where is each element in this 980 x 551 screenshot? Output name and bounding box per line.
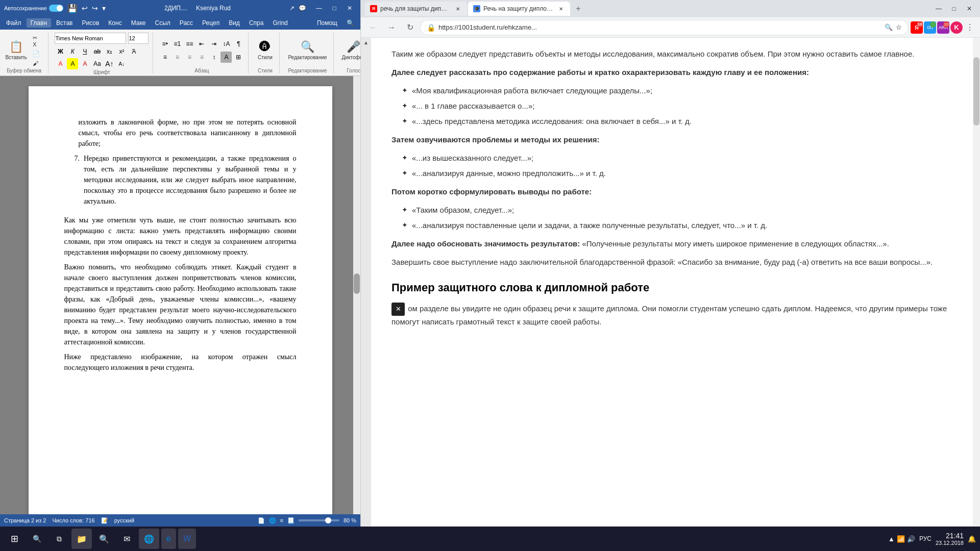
font-color-button[interactable]: A xyxy=(55,58,66,69)
search-ribbon-icon[interactable]: 🔍 xyxy=(342,18,358,28)
redo-icon[interactable]: ↪ xyxy=(92,4,98,12)
strikethrough-button[interactable]: ab xyxy=(91,46,103,57)
align-left-button[interactable]: ≡ xyxy=(159,52,170,63)
taskbar-edge[interactable]: e xyxy=(161,529,176,549)
browser-minimize-button[interactable]: — xyxy=(932,4,945,14)
menu-home[interactable]: Главн xyxy=(27,18,52,28)
shading-button[interactable]: A xyxy=(220,52,232,63)
line-spacing-button[interactable]: ↕ xyxy=(208,52,219,63)
menu-help[interactable]: Спра xyxy=(245,18,268,28)
menu-draw[interactable]: Рисов xyxy=(78,18,103,28)
browser-maximize-button[interactable]: □ xyxy=(947,4,961,14)
menu-references[interactable]: Ссыл xyxy=(151,18,175,28)
up-arrow-tray[interactable]: ▲ xyxy=(888,535,895,543)
decrease-indent-button[interactable]: ⇤ xyxy=(196,38,207,49)
cut-button[interactable]: ✂ X xyxy=(30,34,44,48)
taskbar-search[interactable]: 🔍 xyxy=(27,529,47,549)
menu-design[interactable]: Конс xyxy=(104,18,126,28)
yandex-ext-icon[interactable]: Я 10 xyxy=(911,21,923,34)
word-document-area[interactable]: изложить в лаконичной форме, но при этом… xyxy=(0,76,360,514)
forward-button[interactable]: → xyxy=(383,19,400,36)
view-normal-icon[interactable]: 📄 xyxy=(258,517,265,524)
network-icon[interactable]: 📶 xyxy=(897,535,905,543)
menu-view[interactable]: Вид xyxy=(225,18,244,28)
sort-button[interactable]: ↕A xyxy=(220,38,232,49)
taskbar-chrome[interactable]: 🌐 xyxy=(139,529,159,549)
menu-layout[interactable]: Маке xyxy=(127,18,150,28)
align-center-button[interactable]: ≡ xyxy=(172,52,183,63)
tab1-close[interactable]: ✕ xyxy=(454,5,462,13)
borders-button[interactable]: ⊞ xyxy=(233,52,244,63)
browser-close-button[interactable]: ✕ xyxy=(963,4,976,14)
paste-button[interactable]: 📋 Вставить xyxy=(4,38,28,62)
font-size-input[interactable] xyxy=(128,33,149,44)
profile-icon[interactable]: K xyxy=(950,21,963,34)
comment-icon[interactable]: 💬 xyxy=(299,5,306,12)
increase-indent-button[interactable]: ⇥ xyxy=(208,38,219,49)
subscript-button[interactable]: x₂ xyxy=(104,46,115,57)
notification-button[interactable]: 🔔 xyxy=(968,535,976,543)
menu-grind[interactable]: Grind xyxy=(268,18,291,28)
word-scrollbar-track[interactable] xyxy=(353,76,360,514)
word-scrollbar-thumb[interactable] xyxy=(354,273,360,294)
new-tab-button[interactable]: + xyxy=(571,2,585,16)
browser-tab-1[interactable]: Я речь для защиты диплом... ✕ xyxy=(365,2,467,16)
refresh-button[interactable]: ↻ xyxy=(402,19,418,36)
menu-mailings[interactable]: Расс xyxy=(176,18,197,28)
start-button[interactable]: ⊞ xyxy=(4,529,24,549)
modal-close-button[interactable]: ✕ xyxy=(391,303,405,316)
editing-button[interactable]: 🔍 Редактирование xyxy=(286,38,329,62)
browser-scrollbar-thumb[interactable] xyxy=(973,57,979,126)
more-menu-icon[interactable]: ⋮ xyxy=(964,21,976,34)
task-view-button[interactable]: ⧉ xyxy=(49,529,69,549)
format-painter-button[interactable]: 🖌 xyxy=(30,59,44,67)
undo-icon[interactable]: ↩ xyxy=(82,4,88,12)
justify-button[interactable]: ≡ xyxy=(196,52,207,63)
taskbar-mail[interactable]: ✉ xyxy=(116,529,137,549)
bookmark-icon[interactable]: ☆ xyxy=(896,23,902,31)
on-ext-icon[interactable]: on xyxy=(924,21,936,34)
save-icon[interactable]: 💾 xyxy=(67,4,78,13)
address-bar[interactable]: 🔒 https://1001student.ru/ehkzame... 🔍 ☆ xyxy=(420,20,909,35)
copy-button[interactable]: 📄 xyxy=(30,49,44,58)
font-name-input[interactable] xyxy=(55,33,126,44)
arr-ext-icon[interactable]: ARR 10 xyxy=(937,21,949,34)
taskbar-word[interactable]: W xyxy=(178,529,196,549)
taskbar-explorer[interactable]: 📁 xyxy=(71,529,92,549)
minimize-button[interactable]: — xyxy=(312,3,326,13)
search-address-icon[interactable]: 🔍 xyxy=(885,23,893,31)
zoom-thumb[interactable] xyxy=(325,517,331,523)
more-icon[interactable]: ▾ xyxy=(102,4,106,12)
tab2-close[interactable]: ✕ xyxy=(557,5,565,13)
view-web-icon[interactable]: 🌐 xyxy=(269,517,276,524)
increase-font-button[interactable]: A↑ xyxy=(104,58,115,69)
font-color2-button[interactable]: A xyxy=(79,58,90,69)
back-button[interactable]: ← xyxy=(365,19,381,36)
underline-button[interactable]: Ч xyxy=(79,46,90,57)
bullets-button[interactable]: ≡• xyxy=(159,38,170,49)
show-marks-button[interactable]: ¶ xyxy=(233,38,244,49)
maximize-button[interactable]: □ xyxy=(328,3,341,13)
align-right-button[interactable]: ≡ xyxy=(184,52,195,63)
styles-button[interactable]: 🅐 Стили xyxy=(255,38,275,62)
share-icon[interactable]: ↗ xyxy=(289,5,295,12)
menu-review[interactable]: Рецеп xyxy=(198,18,224,28)
close-button[interactable]: ✕ xyxy=(343,3,356,13)
multilevel-button[interactable]: ≡≡ xyxy=(184,38,195,49)
numbering-button[interactable]: ≡1 xyxy=(172,38,183,49)
autosave-switch[interactable] xyxy=(49,5,63,12)
menu-pomosch[interactable]: Помощ xyxy=(313,18,341,28)
clear-format-button[interactable]: Ά xyxy=(128,46,139,57)
nav-up-arrow[interactable]: ▲ xyxy=(363,40,369,45)
text-effects-button[interactable]: Aа xyxy=(91,58,103,69)
view-draft-icon[interactable]: 📃 xyxy=(287,517,295,524)
highlight-button[interactable]: A xyxy=(67,58,78,69)
sound-icon[interactable]: 🔊 xyxy=(907,535,915,543)
browser-scrollbar-track[interactable] xyxy=(973,38,980,527)
view-outline-icon[interactable]: ≡ xyxy=(280,517,283,523)
zoom-slider[interactable] xyxy=(299,519,339,521)
decrease-font-button[interactable]: A↓ xyxy=(116,58,127,69)
taskbar-search2[interactable]: 🔍 xyxy=(94,529,114,549)
bold-button[interactable]: Ж xyxy=(55,46,66,57)
superscript-button[interactable]: x² xyxy=(116,46,127,57)
